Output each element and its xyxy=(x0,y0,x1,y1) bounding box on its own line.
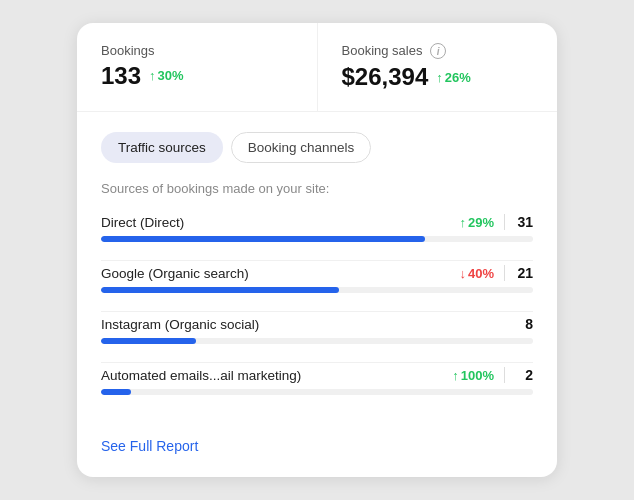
bookings-pct: 30% xyxy=(158,68,184,83)
footer: See Full Report xyxy=(77,423,557,477)
bookings-value-row: 133 ↑ 30% xyxy=(101,62,293,90)
bar-track-direct xyxy=(101,236,533,242)
divider-line xyxy=(504,214,505,230)
body-content: Traffic sources Booking channels Sources… xyxy=(77,112,557,423)
bar-track-instagram xyxy=(101,338,533,344)
source-pct-email: ↑ 100% xyxy=(452,368,494,383)
tab-booking-channels[interactable]: Booking channels xyxy=(231,132,372,163)
sales-label: Booking sales i xyxy=(342,43,534,60)
bookings-label: Bookings xyxy=(101,43,293,58)
sales-change: ↑ 26% xyxy=(436,70,471,85)
source-name-google: Google (Organic search) xyxy=(101,266,249,281)
source-item-google: Google (Organic search) ↓ 40% 21 xyxy=(101,265,533,293)
source-pct-direct: ↑ 29% xyxy=(459,215,494,230)
bar-fill-email xyxy=(101,389,131,395)
divider-line-4 xyxy=(504,367,505,383)
divider-line-2 xyxy=(504,265,505,281)
divider-1 xyxy=(101,260,533,261)
sales-pct: 26% xyxy=(445,70,471,85)
sales-value-row: $26,394 ↑ 26% xyxy=(342,63,534,91)
source-list: Direct (Direct) ↑ 29% 31 xyxy=(101,214,533,395)
tabs-row: Traffic sources Booking channels xyxy=(101,132,533,163)
bookings-arrow-icon: ↑ xyxy=(149,68,156,83)
bookings-change: ↑ 30% xyxy=(149,68,184,83)
direct-arrow-icon: ↑ xyxy=(459,215,466,230)
bar-track-google xyxy=(101,287,533,293)
see-full-report-link[interactable]: See Full Report xyxy=(101,438,198,454)
bar-fill-google xyxy=(101,287,339,293)
source-pct-google: ↓ 40% xyxy=(459,266,494,281)
source-count-google: 21 xyxy=(515,265,533,281)
divider-3 xyxy=(101,362,533,363)
bar-track-email xyxy=(101,389,533,395)
source-name-direct: Direct (Direct) xyxy=(101,215,184,230)
bar-fill-direct xyxy=(101,236,425,242)
bookings-value: 133 xyxy=(101,62,141,90)
source-name-email: Automated emails...ail marketing) xyxy=(101,368,301,383)
source-name-instagram: Instagram (Organic social) xyxy=(101,317,259,332)
bookings-stat: Bookings 133 ↑ 30% xyxy=(77,23,318,112)
sales-arrow-icon: ↑ xyxy=(436,70,443,85)
tab-traffic-sources[interactable]: Traffic sources xyxy=(101,132,223,163)
sources-subtitle: Sources of bookings made on your site: xyxy=(101,181,533,196)
sales-stat: Booking sales i $26,394 ↑ 26% xyxy=(318,23,558,112)
info-icon[interactable]: i xyxy=(430,43,446,59)
divider-2 xyxy=(101,311,533,312)
source-count-email: 2 xyxy=(515,367,533,383)
source-item-email: Automated emails...ail marketing) ↑ 100%… xyxy=(101,367,533,395)
source-item-direct: Direct (Direct) ↑ 29% 31 xyxy=(101,214,533,242)
sales-value: $26,394 xyxy=(342,63,429,91)
google-arrow-icon: ↓ xyxy=(459,266,466,281)
source-item-instagram: Instagram (Organic social) 8 xyxy=(101,316,533,344)
stats-row: Bookings 133 ↑ 30% Booking sales i $26,3… xyxy=(77,23,557,113)
bar-fill-instagram xyxy=(101,338,196,344)
main-card: Bookings 133 ↑ 30% Booking sales i $26,3… xyxy=(77,23,557,478)
email-arrow-icon: ↑ xyxy=(452,368,459,383)
source-count-direct: 31 xyxy=(515,214,533,230)
source-count-instagram: 8 xyxy=(515,316,533,332)
